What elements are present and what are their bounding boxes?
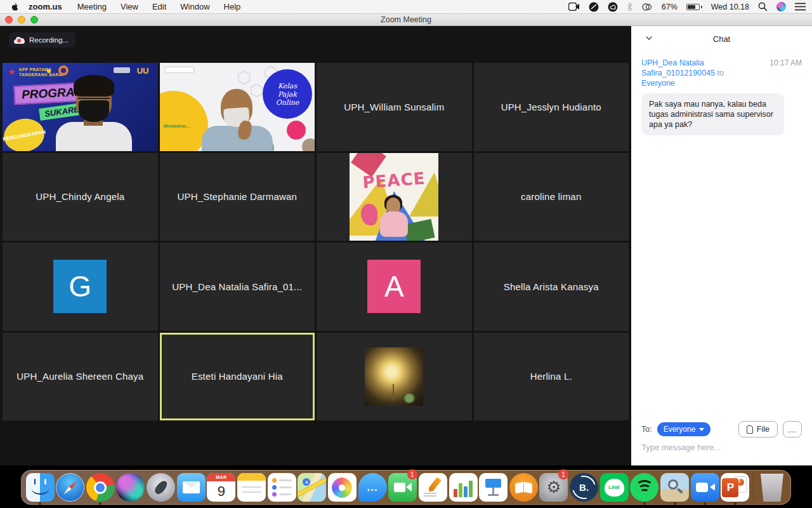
message-bubble: Pak saya mau nanya, kalau beda tugas adm…: [641, 93, 784, 135]
dock: MAR9 A ... 1 ⚙1 B. LINE P: [21, 470, 791, 505]
participant-tile[interactable]: UPH_William Sunsalim: [317, 63, 472, 151]
dock-launchpad-icon[interactable]: [147, 470, 176, 505]
participant-name: caroline liman: [516, 191, 586, 202]
dock-photos-icon[interactable]: [327, 470, 357, 505]
record-status-icon[interactable]: [589, 2, 599, 12]
pengungkapan-text: PENGUNGKAPAN: [3, 116, 47, 151]
dock-pages-icon[interactable]: [418, 470, 447, 505]
dock-calendar-icon[interactable]: MAR9: [207, 470, 236, 505]
system-preferences-badge: 1: [558, 469, 568, 479]
siri-icon[interactable]: [776, 2, 786, 11]
window-title: Zoom Meeting: [0, 15, 812, 24]
dock-reminders-icon[interactable]: [267, 470, 296, 505]
participant-tile[interactable]: Shella Arista Kanasya: [474, 243, 629, 331]
dock-numbers-icon[interactable]: [449, 470, 478, 505]
meeting-video-area: Recording... ★ KPP PRATAMATANGERANG BARA…: [0, 26, 631, 465]
glowing-tree-photo: [365, 347, 423, 406]
menu-meeting[interactable]: Meeting: [77, 2, 107, 11]
menubar-clock[interactable]: Wed 10.18: [711, 3, 749, 11]
apple-menu-icon[interactable]: [10, 2, 20, 11]
video-camera-status-icon[interactable]: [568, 3, 580, 11]
dock-siri-icon[interactable]: [116, 470, 145, 505]
participant-tile[interactable]: UPH_Dea Natalia Safira_01...: [160, 243, 315, 331]
dock-keynote-icon[interactable]: [479, 470, 508, 505]
recording-indicator[interactable]: Recording...: [9, 32, 75, 48]
participant-tile[interactable]: UPH_Stephanie Darmawan: [160, 153, 315, 241]
spotlight-search-icon[interactable]: [758, 2, 768, 11]
virtual-background-kelas-pajak: ⬡ ⬡ ⬡ ⬡ ⬡ Membahas... KelasPajakOnline: [160, 63, 315, 151]
video-tile-glowing-tree[interactable]: [317, 333, 472, 421]
dock-powerpoint-icon[interactable]: P: [721, 470, 750, 505]
participant-grid: ★ KPP PRATAMATANGERANG BARAT UU PROGRAM …: [3, 63, 629, 420]
menu-window[interactable]: Window: [180, 2, 209, 11]
dock-notes-icon[interactable]: [237, 470, 266, 505]
zoom-window-titlebar: Zoom Meeting: [0, 14, 812, 26]
participant-name: UPH_Stephanie Darmawan: [172, 191, 302, 202]
participant-tile[interactable]: Herlina L.: [474, 333, 629, 421]
participant-tile[interactable]: UPH_Jesslyn Hudianto: [474, 63, 629, 151]
chat-message-input[interactable]: [641, 443, 794, 452]
participant-tile[interactable]: G: [3, 243, 158, 331]
dock-finder-icon[interactable]: [25, 470, 55, 505]
star-icon: ★: [8, 67, 16, 77]
video-tile-peace-mural[interactable]: PEACE: [317, 153, 472, 241]
facetime-badge: 1: [407, 469, 417, 479]
participant-tile[interactable]: caroline liman: [474, 153, 629, 241]
sync-rings-icon[interactable]: [641, 3, 653, 11]
battery-percentage: 67%: [662, 3, 678, 11]
uu-logo-text: UU: [137, 66, 149, 76]
macos-menubar: zoom.us Meeting View Edit Window Help 67…: [0, 0, 812, 14]
more-options-button[interactable]: ...: [783, 421, 802, 438]
creative-cloud-icon[interactable]: [608, 2, 618, 12]
participant-name: UPH_William Sunsalim: [339, 102, 449, 112]
file-attach-button[interactable]: File: [738, 421, 778, 438]
dock-messages-icon[interactable]: ...: [358, 470, 387, 505]
video-tile-presenter-1[interactable]: ★ KPP PRATAMATANGERANG BARAT UU PROGRAM …: [3, 63, 158, 151]
collapse-chat-chevron-icon[interactable]: [645, 34, 653, 42]
chat-panel: Chat UPH_Dea Natalia Safira_01012190045 …: [631, 26, 812, 465]
menu-edit[interactable]: Edit: [152, 2, 166, 11]
chat-header: Chat: [631, 26, 812, 51]
recording-cloud-icon: [14, 37, 25, 44]
battery-icon[interactable]: [686, 4, 702, 10]
kpp-logo: [165, 67, 194, 73]
menu-help[interactable]: Help: [224, 2, 241, 11]
participant-tile-active-speaker[interactable]: Esteti Handayani Hia: [160, 333, 315, 421]
menubar-app-name[interactable]: zoom.us: [29, 2, 62, 11]
dock-chrome-icon[interactable]: [86, 470, 115, 505]
recipient-selector[interactable]: Everyone: [657, 422, 711, 436]
dock-facetime-icon[interactable]: 1: [388, 470, 417, 505]
message-sender[interactable]: UPH_Dea Natalia Safira_01012190045 to Ev…: [641, 58, 756, 88]
dock-separator: [753, 473, 754, 502]
virtual-background-kpp: ★ KPP PRATAMATANGERANG BARAT UU PROGRAM …: [3, 63, 158, 151]
dock-line-icon[interactable]: LINE: [599, 470, 629, 505]
dock-trash-icon[interactable]: [757, 470, 787, 505]
avatar: A: [367, 260, 421, 313]
chat-footer: To: Everyone File ...: [631, 416, 812, 465]
peace-mural-photo: PEACE: [350, 153, 438, 241]
video-tile-presenter-2[interactable]: ⬡ ⬡ ⬡ ⬡ ⬡ Membahas... KelasPajakOnline: [160, 63, 315, 151]
dock-spotify-icon[interactable]: [630, 470, 659, 505]
chat-message-list[interactable]: UPH_Dea Natalia Safira_01012190045 to Ev…: [631, 51, 812, 416]
to-label: To:: [641, 425, 652, 434]
dock-zoom-icon[interactable]: [690, 470, 719, 505]
menu-view[interactable]: View: [121, 2, 138, 11]
participant-name: UPH_Chindy Angela: [30, 191, 129, 202]
dock-system-preferences-icon[interactable]: ⚙1: [539, 470, 568, 505]
participant-name: Shella Arista Kanasya: [499, 281, 604, 292]
chat-title: Chat: [713, 34, 730, 44]
participant-name: Esteti Handayani Hia: [187, 371, 288, 382]
participant-tile[interactable]: UPH_Chindy Angela: [3, 153, 158, 241]
tagline-text: Membahas...: [164, 124, 190, 128]
dock-b-app-icon[interactable]: B.: [570, 470, 599, 505]
dock-maps-icon[interactable]: A: [298, 470, 327, 505]
dock-preview-icon[interactable]: [660, 470, 689, 505]
bluetooth-icon[interactable]: [627, 3, 632, 11]
message-timestamp: 10:17 AM: [766, 58, 802, 88]
participant-tile[interactable]: UPH_Aurelia Shereen Chaya: [3, 333, 158, 421]
dock-safari-icon[interactable]: [56, 470, 85, 505]
participant-tile[interactable]: A: [317, 243, 472, 331]
notification-center-icon[interactable]: [795, 3, 806, 11]
dock-mail-icon[interactable]: [176, 470, 206, 505]
dock-books-icon[interactable]: [509, 470, 538, 505]
